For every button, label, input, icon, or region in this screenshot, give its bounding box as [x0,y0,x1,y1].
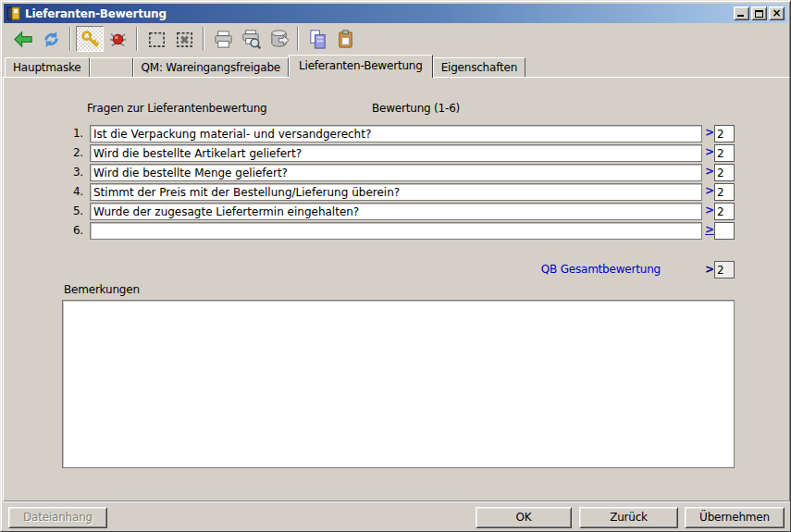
toolbar [4,23,787,55]
question-field-2[interactable] [90,144,702,162]
question-number: 2. [59,146,83,159]
print-preview-button[interactable] [237,26,265,52]
tab-empty[interactable] [90,57,133,77]
question-number: 4. [59,185,83,198]
question-number: 3. [59,166,83,179]
back-icon [13,29,34,50]
rating-field-1[interactable] [714,125,735,142]
tab-qm-wareingangsfreigabe[interactable]: QM: Wareingangsfreigabe [133,57,290,77]
questions-header: Fragen zur Lieferantenbewertung [87,102,266,115]
clear-selection-button[interactable] [170,26,198,52]
question-field-5[interactable] [90,203,702,220]
paste-icon [335,29,356,50]
maximize-button[interactable] [751,6,767,20]
rating-link-6[interactable]: > [705,223,714,236]
export-database-button[interactable] [265,26,292,52]
copy-icon [307,29,328,50]
question-field-4[interactable] [90,183,702,201]
question-field-1[interactable] [90,125,702,142]
rating-link-4[interactable]: > [705,184,714,197]
rating-link-5[interactable]: > [705,204,714,217]
refresh-icon [41,29,62,50]
toolbar-separator [297,27,299,51]
window-title: Lieferanten-Bewertung [25,7,732,20]
refresh-button[interactable] [37,26,65,52]
print-preview-icon [241,29,262,50]
total-rating-link[interactable]: > [705,263,714,276]
toolbar-separator [69,27,71,51]
tab-strip: Hauptmaske QM: Wareingangsfreigabe Liefe… [5,55,525,78]
rating-link-2[interactable]: > [705,145,714,158]
total-rating-label: QB Gesamtbewertung [337,263,661,276]
back-button[interactable] [9,26,37,52]
toolbar-separator [136,27,138,51]
question-number: 1. [59,127,83,140]
app-icon [6,6,21,21]
tab-eigenschaften[interactable]: Eigenschaften [433,57,525,77]
question-number: 6. [59,224,83,237]
rating-link-1[interactable]: > [705,126,714,139]
tab-panel: Fragen zur Lieferantenbewertung Bewertun… [3,77,790,501]
rating-link-3[interactable]: > [705,165,714,178]
close-icon: × [770,6,784,20]
total-rating-field[interactable] [714,261,735,278]
selection-button[interactable] [142,26,170,52]
question-number: 5. [59,204,83,217]
key-button[interactable] [76,26,104,52]
print-button[interactable] [209,26,237,52]
clear-selection-icon [174,29,195,50]
rating-header: Bewertung (1-6) [372,102,460,115]
minimize-button[interactable] [734,6,749,20]
selection-icon [146,29,167,50]
footer-bar: Dateianhang OK Zurück Übernehmen [3,501,790,531]
remarks-textarea[interactable] [62,300,735,468]
copy-button[interactable] [303,26,331,52]
rating-field-4[interactable] [714,183,735,201]
close-button[interactable]: × [769,6,785,20]
question-field-3[interactable] [90,164,702,181]
maximize-icon [755,10,763,18]
tab-lieferanten-bewertung[interactable]: Lieferanten-Bewertung [289,55,433,78]
tab-hauptmaske[interactable]: Hauptmaske [5,57,90,77]
key-icon [80,29,101,50]
apply-button[interactable]: Übernehmen [685,507,785,528]
application-window: Lieferanten-Bewertung × [0,0,791,532]
toolbar-separator [203,27,204,51]
attachment-button: Dateianhang [8,507,107,528]
export-database-icon [268,29,290,50]
print-icon [213,29,234,50]
spider-icon [107,29,129,50]
rating-field-6[interactable] [714,222,735,240]
spider-button[interactable] [104,26,131,52]
rating-field-3[interactable] [714,164,735,181]
rating-field-2[interactable] [714,144,735,162]
title-bar[interactable]: Lieferanten-Bewertung × [4,4,787,23]
rating-field-5[interactable] [714,203,735,220]
question-field-6[interactable] [90,222,702,240]
back-button-footer[interactable]: Zurück [579,507,678,528]
minimize-icon [737,15,744,17]
paste-button[interactable] [331,26,359,52]
ok-button[interactable]: OK [476,507,572,528]
remarks-label: Bemerkungen [64,283,140,296]
